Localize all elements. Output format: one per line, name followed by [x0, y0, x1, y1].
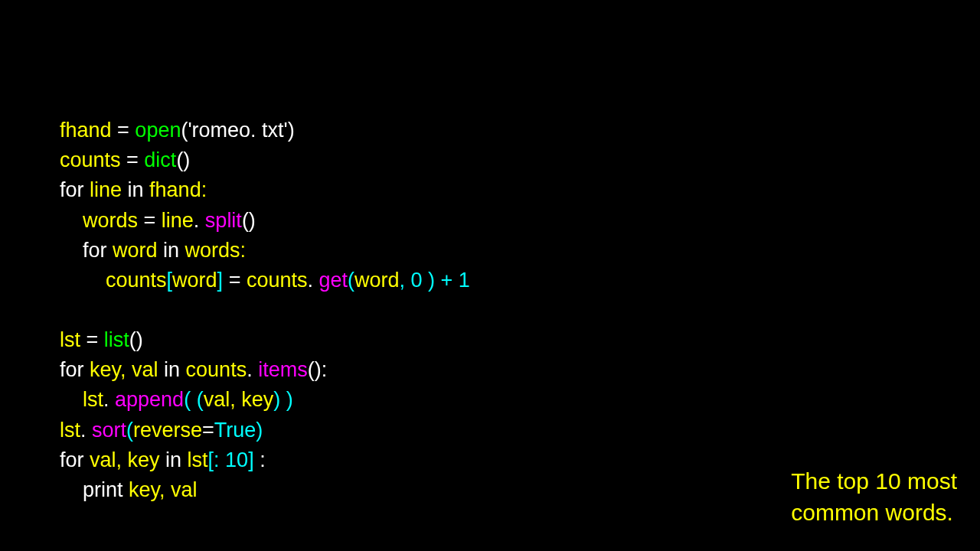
code-token: get: [318, 269, 348, 292]
code-token: (): [176, 148, 190, 171]
code-token: items: [258, 358, 308, 381]
code-token: in: [160, 448, 188, 471]
code-token: fhand: [60, 119, 112, 142]
code-token: reverse: [133, 419, 202, 442]
code-token: print: [60, 478, 129, 501]
code-token: word: [113, 239, 158, 262]
code-token: =: [80, 328, 104, 351]
caption-line: common words.: [791, 497, 957, 529]
code-token: lst: [60, 419, 80, 442]
code-token: fhand:: [149, 178, 207, 201]
code-token: counts: [60, 148, 121, 171]
code-token: =: [112, 119, 136, 142]
code-token: ( (: [184, 388, 203, 411]
code-token: line: [162, 209, 194, 232]
code-token: , 0 ) + 1: [400, 269, 470, 292]
code-token: sort: [92, 419, 126, 442]
code-token: for: [60, 358, 90, 381]
code-token: lst: [60, 328, 80, 351]
code-token: open: [135, 119, 181, 142]
code-token: key, val: [90, 358, 158, 381]
code-token: ) ): [273, 388, 292, 411]
code-token: ('romeo. txt'): [181, 119, 294, 142]
code-token: counts: [60, 269, 167, 292]
code-token: [: 10]: [208, 448, 254, 471]
code-block: fhand = open('romeo. txt') counts = dict…: [60, 86, 470, 505]
code-token: in: [158, 358, 186, 381]
code-token: line: [90, 178, 122, 201]
code-token: (: [348, 269, 354, 292]
code-token: append: [115, 388, 184, 411]
code-token: .: [103, 388, 115, 411]
code-token: ():: [308, 358, 327, 381]
code-token: :: [254, 448, 266, 471]
code-token: counts: [247, 269, 308, 292]
code-token: =: [121, 148, 145, 171]
code-token: [: [167, 269, 173, 292]
code-token: counts: [186, 358, 247, 381]
code-token: lst: [60, 388, 103, 411]
code-token: val, key: [204, 388, 274, 411]
code-token: val, key: [90, 448, 160, 471]
code-token: words:: [185, 239, 247, 262]
code-token: word: [172, 269, 217, 292]
code-token: .: [194, 209, 205, 232]
code-token: lst: [188, 448, 208, 471]
code-token: for: [60, 178, 90, 201]
code-token: in: [158, 239, 185, 262]
code-token: .: [307, 269, 318, 292]
code-token: (): [129, 328, 143, 351]
slide-caption: The top 10 most common words.: [791, 466, 957, 528]
code-token: ): [256, 419, 263, 442]
caption-line: The top 10 most: [791, 466, 957, 497]
code-token: dict: [144, 148, 176, 171]
code-token: key, val: [129, 478, 198, 501]
code-token: =: [202, 419, 214, 442]
code-token: (): [242, 209, 256, 232]
code-token: split: [205, 209, 242, 232]
code-token: for: [60, 448, 90, 471]
code-token: (: [126, 419, 133, 442]
code-token: .: [247, 358, 258, 381]
code-token: word: [354, 269, 400, 292]
code-token: words: [60, 209, 138, 232]
code-token: in: [122, 178, 149, 201]
code-token: .: [80, 419, 92, 442]
code-token: =: [223, 269, 247, 292]
code-token: list: [104, 328, 129, 351]
code-token: True: [214, 419, 256, 442]
code-token: =: [138, 209, 162, 232]
code-token: for: [60, 239, 113, 262]
code-token: ]: [217, 269, 224, 292]
